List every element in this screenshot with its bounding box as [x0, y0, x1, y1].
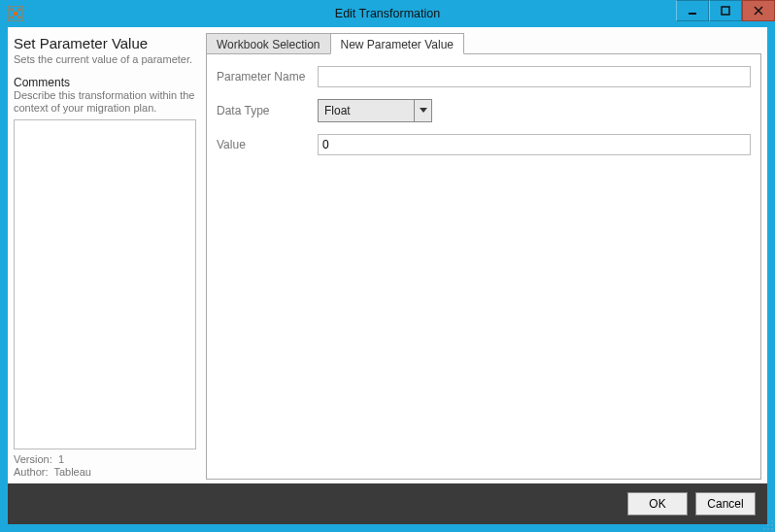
tab-panel: Parameter Name Data Type Float: [206, 53, 761, 480]
window-frame: Edit Transformation Set Parameter Value …: [0, 0, 775, 532]
app-icon: [6, 4, 25, 23]
minimize-button[interactable]: [676, 0, 709, 21]
comments-help: Describe this transformation within the …: [14, 89, 196, 115]
window-title: Edit Transformation: [0, 7, 775, 20]
svg-point-16: [771, 528, 773, 530]
row-parameter-name: Parameter Name: [217, 66, 751, 87]
svg-rect-6: [689, 13, 696, 15]
svg-point-11: [771, 520, 773, 522]
data-type-value: Float: [319, 100, 414, 121]
version-value: 1: [58, 453, 64, 465]
titlebar[interactable]: Edit Transformation: [0, 0, 775, 27]
close-button[interactable]: [742, 0, 775, 21]
tabstrip: Workbook Selection New Parameter Value: [206, 33, 761, 54]
svg-point-13: [771, 524, 773, 526]
author-value: Tableau: [53, 466, 91, 478]
value-label: Value: [217, 138, 318, 151]
sidebar-description: Sets the current value of a parameter.: [14, 53, 196, 66]
value-input[interactable]: [318, 134, 751, 155]
data-type-label: Data Type: [217, 104, 318, 117]
svg-point-4: [18, 17, 21, 19]
maximize-button[interactable]: [709, 0, 742, 21]
comments-heading: Comments: [14, 76, 196, 89]
svg-point-12: [767, 524, 769, 526]
sidebar-heading: Set Parameter Value: [14, 35, 196, 51]
row-value: Value: [217, 134, 751, 155]
svg-point-14: [763, 528, 765, 530]
row-data-type: Data Type Float: [217, 99, 751, 122]
parameter-name-label: Parameter Name: [217, 70, 318, 83]
client-area: Set Parameter Value Sets the current val…: [8, 27, 767, 524]
tab-new-parameter-value[interactable]: New Parameter Value: [330, 33, 465, 54]
tab-workbook-selection[interactable]: Workbook Selection: [206, 33, 331, 54]
chevron-down-icon: [414, 100, 431, 121]
tab-label: Workbook Selection: [217, 38, 320, 51]
parameter-name-input[interactable]: [318, 66, 751, 87]
svg-rect-5: [14, 12, 17, 16]
window-buttons: [676, 0, 775, 21]
version-label: Version:: [14, 453, 52, 465]
cancel-button[interactable]: Cancel: [695, 492, 756, 515]
svg-point-2: [18, 9, 21, 12]
svg-marker-10: [420, 108, 427, 113]
tab-label: New Parameter Value: [341, 38, 455, 51]
footer: OK Cancel: [8, 483, 767, 524]
svg-point-15: [767, 528, 769, 530]
author-label: Author:: [14, 466, 48, 478]
svg-point-3: [11, 17, 14, 19]
sidebar-meta: Version: 1 Author: Tableau: [14, 453, 196, 481]
comments-textarea[interactable]: [14, 119, 196, 449]
main-area: Set Parameter Value Sets the current val…: [8, 27, 767, 483]
ok-button[interactable]: OK: [627, 492, 688, 515]
sidebar: Set Parameter Value Sets the current val…: [14, 33, 196, 480]
content-area: Workbook Selection New Parameter Value P…: [206, 33, 761, 480]
svg-rect-7: [722, 7, 729, 15]
data-type-select[interactable]: Float: [318, 99, 432, 122]
svg-point-1: [11, 9, 14, 12]
